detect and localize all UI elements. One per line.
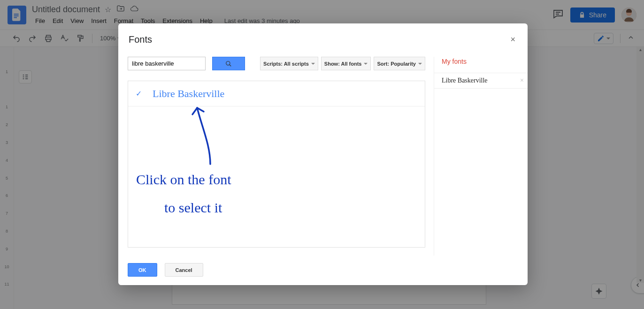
svg-point-5 [226,61,230,65]
my-font-item[interactable]: Libre Baskerville × [434,73,528,89]
annotation-text-line1: Click on the font [136,167,231,192]
cancel-button[interactable]: Cancel [165,263,203,277]
close-icon[interactable]: × [508,33,517,46]
search-icon [225,60,232,67]
check-icon: ✓ [136,89,143,98]
fonts-dialog: Fonts × Scripts: All scripts Show: All f… [118,23,528,285]
font-search-input[interactable] [128,57,206,70]
sort-filter[interactable]: Sort: Popularity [374,57,425,70]
dialog-title: Fonts [129,34,152,45]
font-result-item[interactable]: ✓ Libre Baskerville [128,81,425,106]
search-button[interactable] [212,57,245,70]
my-font-label: Libre Baskerville [442,77,488,84]
caret-down-icon [311,63,315,65]
ok-button[interactable]: OK [128,263,157,277]
annotation-text-line2: to select it [164,195,222,220]
my-fonts-heading: My fonts [442,58,528,65]
remove-font-icon[interactable]: × [520,77,524,84]
show-filter[interactable]: Show: All fonts [321,57,371,70]
scripts-filter[interactable]: Scripts: All scripts [260,57,318,70]
font-name-label: Libre Baskerville [153,88,224,100]
caret-down-icon [364,63,368,65]
caret-down-icon [418,63,422,65]
font-results-list: ✓ Libre Baskerville [128,81,425,248]
my-fonts-panel: My fonts Libre Baskerville × [434,57,528,256]
